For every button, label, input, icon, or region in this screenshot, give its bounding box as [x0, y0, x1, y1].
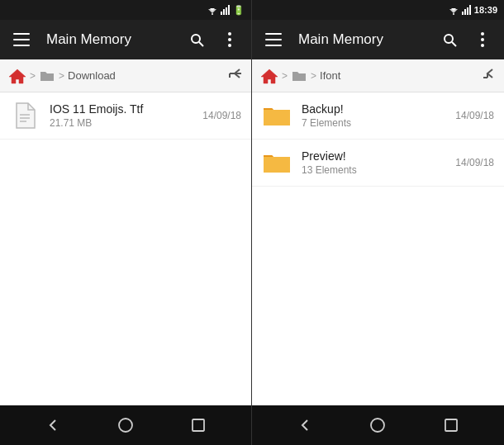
wifi-icon	[207, 5, 218, 15]
folder-icon-left[interactable]	[39, 69, 55, 83]
file-item-0-right[interactable]: Backup! 7 Elements 14/09/18	[252, 92, 504, 140]
battery-icon-left: 🔋	[233, 5, 245, 16]
file-date-0-right: 14/09/18	[455, 110, 494, 121]
svg-rect-33	[265, 45, 282, 46]
breadcrumb-sep1-right: >	[282, 70, 288, 82]
svg-point-10	[192, 35, 200, 43]
svg-point-13	[228, 38, 231, 41]
file-list-left: IOS 11 Emoijs. Ttf 21.71 MB 14/09/18	[0, 92, 251, 405]
status-bar-right: 18:39	[252, 0, 504, 20]
svg-rect-8	[13, 39, 30, 40]
signal-icon-right	[462, 5, 472, 15]
svg-rect-9	[13, 45, 30, 46]
file-name-0-right: Backup!	[302, 102, 445, 116]
svg-point-14	[228, 44, 231, 47]
svg-rect-7	[13, 33, 30, 35]
breadcrumb-left: > > Download	[0, 59, 251, 92]
status-icons-left: 🔋	[207, 5, 245, 16]
home-icon-left[interactable]	[8, 68, 26, 84]
svg-point-2	[212, 13, 213, 15]
file-info-0-right: Backup! 7 Elements	[302, 102, 445, 129]
svg-rect-31	[265, 33, 282, 35]
bottom-nav-left	[0, 405, 251, 445]
svg-line-35	[452, 42, 456, 46]
signal-icon	[221, 5, 231, 15]
svg-rect-3	[221, 12, 222, 15]
file-meta-1-right: 13 Elements	[302, 164, 445, 176]
svg-rect-30	[469, 5, 471, 15]
file-info-left: IOS 11 Emoijs. Ttf 21.71 MB	[50, 102, 193, 129]
menu-button-right[interactable]	[259, 25, 288, 54]
file-list-right: Backup! 7 Elements 14/09/18 Preview! 13 …	[252, 92, 504, 405]
svg-rect-6	[228, 5, 230, 15]
breadcrumb-back-left[interactable]	[228, 66, 243, 85]
search-button-right[interactable]	[435, 25, 464, 54]
file-date-1-right: 14/09/18	[455, 157, 494, 168]
svg-marker-15	[9, 69, 26, 83]
file-item-1-right[interactable]: Preview! 13 Elements 14/09/18	[252, 140, 504, 187]
breadcrumb-sep2-left: >	[59, 70, 64, 82]
file-meta-0-right: 7 Elements	[302, 117, 445, 129]
file-name-1-right: Preview!	[302, 149, 445, 163]
breadcrumb-back-right[interactable]	[481, 66, 496, 85]
breadcrumb-current-left: Download	[68, 69, 116, 82]
svg-rect-32	[265, 39, 282, 40]
svg-point-34	[445, 35, 453, 43]
toolbar-left: Main Memory	[0, 20, 251, 59]
panel-right: 18:39 Main Memory	[252, 0, 504, 445]
recent-button-right[interactable]	[433, 407, 469, 443]
file-item-0-left[interactable]: IOS 11 Emoijs. Ttf 21.71 MB 14/09/18	[0, 92, 251, 140]
recent-button-left[interactable]	[180, 407, 216, 443]
folder-icon-0-right	[262, 101, 292, 130]
breadcrumb-sep1-left: >	[30, 70, 36, 82]
svg-point-26	[453, 13, 454, 15]
home-button-right[interactable]	[359, 407, 396, 443]
file-info-1-right: Preview! 13 Elements	[302, 149, 445, 176]
toolbar-right: Main Memory	[252, 20, 504, 59]
panel-left: 🔋 Main Memory	[0, 0, 252, 445]
breadcrumb-current-right: Ifont	[320, 69, 340, 82]
svg-rect-43	[445, 419, 457, 431]
more-button-right[interactable]	[468, 25, 497, 54]
svg-rect-28	[464, 9, 466, 15]
folder-icon-right[interactable]	[291, 69, 307, 83]
svg-point-37	[481, 38, 484, 41]
svg-point-38	[481, 44, 484, 47]
status-bar-left: 🔋	[0, 0, 251, 20]
file-meta-0-left: 21.71 MB	[50, 117, 193, 129]
more-button-left[interactable]	[215, 25, 245, 54]
wifi-icon-right	[448, 5, 459, 15]
home-icon-right[interactable]	[260, 68, 278, 84]
file-name-0-left: IOS 11 Emoijs. Ttf	[50, 102, 193, 116]
breadcrumb-right: > > Ifont	[252, 59, 504, 92]
svg-point-22	[119, 419, 132, 432]
bottom-nav-right	[252, 405, 504, 445]
home-button-left[interactable]	[107, 407, 144, 443]
menu-button-left[interactable]	[7, 25, 36, 54]
toolbar-title-right: Main Memory	[292, 31, 431, 48]
breadcrumb-sep2-right: >	[311, 70, 316, 82]
svg-marker-39	[261, 69, 278, 83]
svg-rect-27	[462, 12, 464, 15]
status-icons-right: 18:39	[448, 5, 497, 15]
file-icon-left	[10, 101, 40, 130]
file-date-0-left: 14/09/18	[202, 110, 241, 121]
folder-icon-1-right	[262, 148, 292, 178]
svg-rect-29	[467, 7, 468, 15]
time-right: 18:39	[474, 5, 497, 15]
svg-point-42	[371, 419, 384, 432]
svg-point-36	[481, 32, 484, 36]
svg-rect-23	[193, 419, 204, 431]
search-button-left[interactable]	[182, 25, 212, 54]
svg-point-12	[228, 32, 231, 36]
svg-line-11	[199, 42, 203, 46]
svg-rect-5	[226, 7, 227, 15]
back-button-left[interactable]	[35, 407, 71, 443]
toolbar-title-left: Main Memory	[40, 31, 178, 48]
svg-rect-4	[223, 9, 225, 15]
back-button-right[interactable]	[287, 407, 323, 443]
